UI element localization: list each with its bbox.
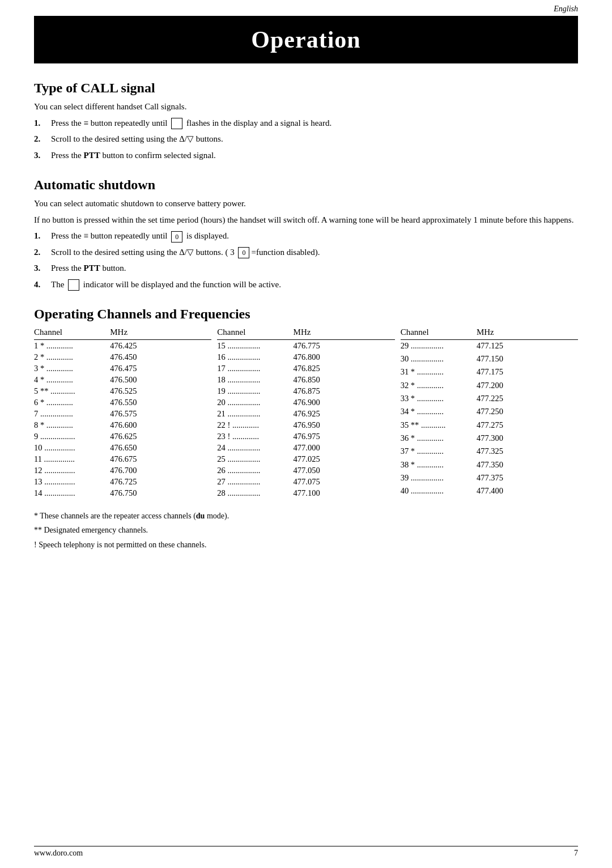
step-text: The indicator will be displayed and the … xyxy=(51,278,578,291)
call-signal-steps: Press the ≡ button repeatedly until flas… xyxy=(34,117,578,162)
channel-cell: 35 ** ............ xyxy=(401,419,477,432)
step-text: Press the PTT button to confirm selected… xyxy=(51,149,578,162)
table-row: 5 ** ............476.525 xyxy=(34,385,211,397)
col3-ch-header: Channel xyxy=(401,326,477,340)
mhz-cell: 477.125 xyxy=(477,340,578,354)
table-row: 25 ................477.025 xyxy=(217,453,394,465)
freq-table-col3: Channel MHz 29 ................477.12530… xyxy=(401,326,578,499)
footer-page-number: 7 xyxy=(574,849,578,858)
table-row: 10 ...............476.650 xyxy=(34,442,211,453)
mhz-cell: 476.875 xyxy=(294,385,395,397)
mhz-cell: 476.925 xyxy=(294,408,395,419)
auto-shutdown-steps: Press the ≡ button repeatedly until 0 is… xyxy=(34,229,578,291)
mhz-cell: 476.525 xyxy=(110,385,211,397)
auto-shutdown-step-2: Scroll to the desired setting using the … xyxy=(34,246,578,259)
mhz-cell: 476.900 xyxy=(294,397,395,408)
mhz-cell: 477.100 xyxy=(294,487,395,499)
table-row: 1 * .............476.425 xyxy=(34,340,211,352)
channel-cell: 29 ................ xyxy=(401,340,477,354)
mhz-cell: 476.850 xyxy=(294,374,395,385)
table-row: 36 * .............477.300 xyxy=(401,433,578,446)
table-row: 13 ...............476.725 xyxy=(34,476,211,487)
zero-box2: 0 xyxy=(238,247,249,258)
table-row: 19 ................476.875 xyxy=(217,385,394,397)
table-row: 7 ................476.575 xyxy=(34,408,211,419)
table-row: 23 ! .............476.975 xyxy=(217,431,394,442)
mhz-cell: 477.325 xyxy=(477,446,578,459)
table-row: 28 ................477.100 xyxy=(217,487,394,499)
channel-cell: 17 ................ xyxy=(217,363,293,374)
step-text: Press the PTT button. xyxy=(51,262,578,275)
table-row: 14 ...............476.750 xyxy=(34,487,211,499)
table-row: 35 ** ............477.275 xyxy=(401,419,578,432)
table-row: 15 ................476.775 xyxy=(217,340,394,352)
channel-cell: 10 ............... xyxy=(34,442,110,453)
table-row: 20 ................476.900 xyxy=(217,397,394,408)
table-row: 33 * .............477.225 xyxy=(401,393,578,406)
call-signal-step-3: Press the PTT button to confirm selected… xyxy=(34,149,578,162)
channel-cell: 20 ................ xyxy=(217,397,293,408)
mhz-cell: 477.275 xyxy=(477,419,578,432)
mhz-cell: 477.350 xyxy=(477,459,578,472)
channel-cell: 33 * ............. xyxy=(401,393,477,406)
col2-mhz-header: MHz xyxy=(294,326,395,340)
channel-cell: 11 ............... xyxy=(34,453,110,465)
table-row: 34 * .............477.250 xyxy=(401,406,578,419)
footer-website: www.doro.com xyxy=(34,849,83,858)
table-row: 40 ................477.400 xyxy=(401,486,578,499)
mhz-cell: 476.950 xyxy=(294,419,395,431)
auto-shutdown-title: Automatic shutdown xyxy=(34,177,578,193)
step-text: Press the ≡ button repeatedly until flas… xyxy=(51,117,578,130)
channel-note: ** Designated emergency channels. xyxy=(34,523,578,537)
channel-cell: 36 * ............. xyxy=(401,433,477,446)
table-row: 26 ................477.050 xyxy=(217,465,394,476)
channel-cell: 37 * ............. xyxy=(401,446,477,459)
col2-ch-header: Channel xyxy=(217,326,293,340)
channel-cell: 4 * ............. xyxy=(34,374,110,385)
channel-cell: 7 ................ xyxy=(34,408,110,419)
mhz-cell: 476.825 xyxy=(294,363,395,374)
table-row: 9 .................476.625 xyxy=(34,431,211,442)
table-row: 37 * .............477.325 xyxy=(401,446,578,459)
table-row: 18 ................476.850 xyxy=(217,374,394,385)
channel-cell: 6 * ............. xyxy=(34,397,110,408)
channel-cell: 28 ................ xyxy=(217,487,293,499)
mhz-cell: 476.675 xyxy=(110,453,211,465)
call-signal-step-1: Press the ≡ button repeatedly until flas… xyxy=(34,117,578,130)
channel-cell: 9 ................. xyxy=(34,431,110,442)
channel-cell: 34 * ............. xyxy=(401,406,477,419)
channel-cell: 18 ................ xyxy=(217,374,293,385)
mhz-cell: 476.750 xyxy=(110,487,211,499)
call-signal-section: Type of CALL signal You can select diffe… xyxy=(34,80,578,161)
auto-shutdown-step-3: Press the PTT button. xyxy=(34,262,578,275)
auto-shutdown-section: Automatic shutdown You can select automa… xyxy=(34,177,578,291)
channel-cell: 16 ................ xyxy=(217,351,293,363)
mhz-cell: 477.075 xyxy=(294,476,395,487)
mhz-cell: 477.150 xyxy=(477,354,578,367)
table-row: 17 ................476.825 xyxy=(217,363,394,374)
channel-cell: 21 ................ xyxy=(217,408,293,419)
step-text: Press the ≡ button repeatedly until 0 is… xyxy=(51,229,578,242)
channels-section: Operating Channels and Frequencies Chann… xyxy=(34,307,578,552)
channel-cell: 14 ............... xyxy=(34,487,110,499)
table-row: 32 * .............477.200 xyxy=(401,380,578,393)
language-label: English xyxy=(34,0,578,16)
call-icon-box xyxy=(171,118,182,129)
mhz-cell: 476.425 xyxy=(110,340,211,352)
table-row: 6 * .............476.550 xyxy=(34,397,211,408)
mhz-cell: 476.500 xyxy=(110,374,211,385)
col3-mhz-header: MHz xyxy=(477,326,578,340)
mhz-cell: 476.700 xyxy=(110,465,211,476)
mhz-cell: 476.625 xyxy=(110,431,211,442)
channel-cell: 13 ............... xyxy=(34,476,110,487)
channel-cell: 40 ................ xyxy=(401,486,477,499)
step-text: Scroll to the desired setting using the … xyxy=(51,133,578,146)
channel-cell: 30 ................ xyxy=(401,354,477,367)
table-row: 3 * .............476.475 xyxy=(34,363,211,374)
mhz-cell: 477.225 xyxy=(477,393,578,406)
channel-cell: 23 ! ............. xyxy=(217,431,293,442)
channel-cell: 39 ................ xyxy=(401,472,477,485)
mhz-cell: 477.250 xyxy=(477,406,578,419)
title-bar: Operation xyxy=(34,16,578,63)
mhz-cell: 477.375 xyxy=(477,472,578,485)
